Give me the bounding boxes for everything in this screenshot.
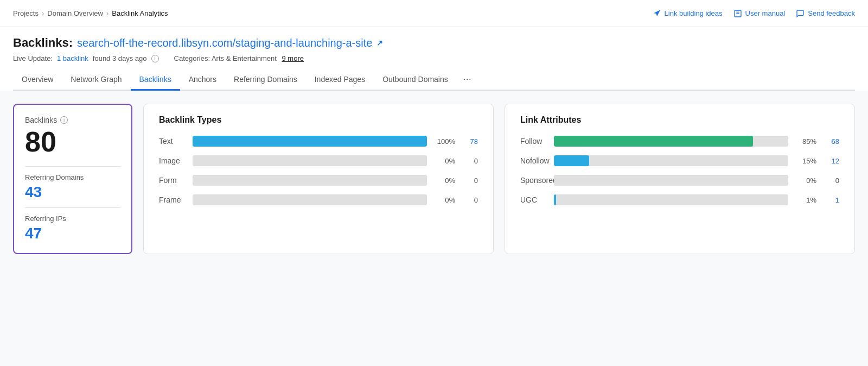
backlinks-value: 80 bbox=[25, 127, 120, 157]
bar-count-2[interactable]: 0 bbox=[462, 176, 478, 185]
backlink-types-rows: Text100%78Image0%0Form0%0Frame0%0 bbox=[159, 136, 478, 205]
live-update-prefix: Live Update: bbox=[13, 54, 53, 62]
backlink-types-title: Backlink Types bbox=[159, 115, 478, 125]
link-building-label: Link building ideas bbox=[665, 9, 723, 17]
bar-pct-3: 1% bbox=[795, 196, 816, 204]
send-feedback-label: Send feedback bbox=[808, 9, 855, 17]
bar-label-2: Sponsored bbox=[520, 176, 547, 185]
bar-label-1: Nofollow bbox=[520, 156, 547, 165]
bar-count-0[interactable]: 78 bbox=[462, 137, 478, 146]
bar-row-1: Nofollow15%12 bbox=[520, 155, 839, 166]
backlinks-metric-label: Backlinks i bbox=[25, 116, 120, 124]
bar-label-0: Text bbox=[159, 137, 186, 146]
bar-row-0: Text100%78 bbox=[159, 136, 478, 147]
backlinks-summary-card: Backlinks i 80 Referring Domains 43 Refe… bbox=[13, 104, 132, 254]
send-feedback-button[interactable]: Send feedback bbox=[796, 9, 855, 18]
tab-network-graph[interactable]: Network Graph bbox=[62, 70, 130, 91]
link-attributes-rows: Follow85%68Nofollow15%12Sponsored0%0UGC1… bbox=[520, 136, 839, 205]
user-manual-label: User manual bbox=[745, 9, 786, 17]
bar-pct-0: 85% bbox=[795, 137, 816, 146]
user-manual-button[interactable]: User manual bbox=[733, 9, 786, 18]
backlinks-info-icon[interactable]: i bbox=[60, 116, 68, 124]
top-actions: Link building ideas User manual Send fee… bbox=[653, 9, 855, 18]
bar-track-1 bbox=[193, 155, 427, 166]
bar-fill-3 bbox=[554, 194, 556, 205]
bar-count-1[interactable]: 12 bbox=[823, 157, 839, 165]
backlinks-label-text: Backlinks bbox=[25, 116, 57, 124]
bar-label-0: Follow bbox=[520, 137, 547, 146]
tab-indexed-pages[interactable]: Indexed Pages bbox=[306, 70, 374, 91]
bar-track-0 bbox=[193, 136, 427, 147]
divider-2 bbox=[25, 207, 120, 208]
external-link-icon: ↗ bbox=[376, 39, 383, 47]
bar-track-0 bbox=[554, 136, 788, 147]
bar-track-3 bbox=[554, 194, 788, 205]
bar-count-3[interactable]: 1 bbox=[823, 196, 839, 204]
tab-anchors[interactable]: Anchors bbox=[180, 70, 225, 91]
bar-row-2: Sponsored0%0 bbox=[520, 175, 839, 186]
bar-pct-1: 0% bbox=[433, 157, 455, 165]
breadcrumb-sep-2: › bbox=[106, 9, 108, 17]
live-update-link[interactable]: 1 backlink bbox=[57, 54, 88, 62]
content-area: Backlinks i 80 Referring Domains 43 Refe… bbox=[0, 91, 868, 267]
tab-backlinks[interactable]: Backlinks bbox=[131, 70, 180, 91]
referring-domains-value: 43 bbox=[25, 184, 120, 201]
categories-label: Categories: Arts & Entertainment bbox=[174, 54, 277, 62]
bar-row-2: Form0%0 bbox=[159, 175, 478, 186]
link-attributes-card: Link Attributes Follow85%68Nofollow15%12… bbox=[505, 104, 855, 254]
tab-outbound-domains[interactable]: Outbound Domains bbox=[374, 70, 457, 91]
bar-track-3 bbox=[193, 194, 427, 205]
bar-count-1[interactable]: 0 bbox=[462, 157, 478, 165]
bar-pct-2: 0% bbox=[795, 176, 816, 185]
bar-row-0: Follow85%68 bbox=[520, 136, 839, 147]
bar-pct-0: 100% bbox=[433, 137, 455, 146]
bar-label-2: Form bbox=[159, 176, 186, 185]
bar-pct-2: 0% bbox=[433, 176, 455, 185]
page-title: Backlinks: search-off-the-record.libsyn.… bbox=[13, 36, 855, 50]
bar-label-3: UGC bbox=[520, 195, 547, 204]
live-update-bar: Live Update: 1 backlink found 3 days ago… bbox=[13, 54, 855, 62]
bar-row-3: Frame0%0 bbox=[159, 194, 478, 205]
referring-ips-value: 47 bbox=[25, 225, 120, 242]
bar-pct-1: 15% bbox=[795, 157, 816, 165]
bar-label-3: Frame bbox=[159, 195, 186, 204]
divider-1 bbox=[25, 166, 120, 167]
breadcrumb-domain-overview[interactable]: Domain Overview bbox=[47, 9, 103, 17]
bar-fill-0 bbox=[193, 136, 427, 147]
bar-count-3[interactable]: 0 bbox=[462, 196, 478, 204]
bar-track-1 bbox=[554, 155, 788, 166]
tab-overview[interactable]: Overview bbox=[13, 70, 62, 91]
bar-track-2 bbox=[554, 175, 788, 186]
referring-ips-label: Referring IPs bbox=[25, 214, 120, 223]
live-update-suffix: found 3 days ago bbox=[93, 54, 147, 62]
breadcrumb-current: Backlink Analytics bbox=[112, 9, 168, 17]
bar-row-3: UGC1%1 bbox=[520, 194, 839, 205]
tab-referring-domains[interactable]: Referring Domains bbox=[225, 70, 306, 91]
book-icon bbox=[733, 9, 742, 18]
referring-domains-label: Referring Domains bbox=[25, 173, 120, 181]
tabs-bar: OverviewNetwork GraphBacklinksAnchorsRef… bbox=[13, 69, 855, 91]
bar-label-1: Image bbox=[159, 156, 186, 165]
link-attributes-title: Link Attributes bbox=[520, 115, 839, 125]
bar-fill-1 bbox=[554, 155, 589, 166]
chat-icon bbox=[796, 9, 805, 18]
categories-more-link[interactable]: 9 more bbox=[282, 54, 304, 62]
live-update-info-icon[interactable]: i bbox=[151, 55, 159, 62]
breadcrumb-sep-1: › bbox=[42, 9, 44, 17]
categories-text: Categories: Arts & Entertainment 9 more bbox=[174, 54, 304, 62]
bar-row-1: Image0%0 bbox=[159, 155, 478, 166]
page-title-url[interactable]: search-off-the-record.libsyn.com/staging… bbox=[77, 37, 372, 49]
bar-fill-0 bbox=[554, 136, 753, 147]
bar-pct-3: 0% bbox=[433, 196, 455, 204]
main-header: Backlinks: search-off-the-record.libsyn.… bbox=[0, 27, 868, 91]
bar-track-2 bbox=[193, 175, 427, 186]
bar-count-2[interactable]: 0 bbox=[823, 176, 839, 185]
tab-more[interactable]: ··· bbox=[457, 69, 478, 91]
top-bar: Projects › Domain Overview › Backlink An… bbox=[0, 0, 868, 27]
breadcrumb-projects[interactable]: Projects bbox=[13, 9, 39, 17]
page-title-label: Backlinks: bbox=[13, 36, 73, 50]
megaphone-icon bbox=[653, 9, 661, 18]
bar-count-0[interactable]: 68 bbox=[823, 137, 839, 146]
breadcrumb: Projects › Domain Overview › Backlink An… bbox=[13, 9, 168, 17]
link-building-ideas-button[interactable]: Link building ideas bbox=[653, 9, 723, 18]
